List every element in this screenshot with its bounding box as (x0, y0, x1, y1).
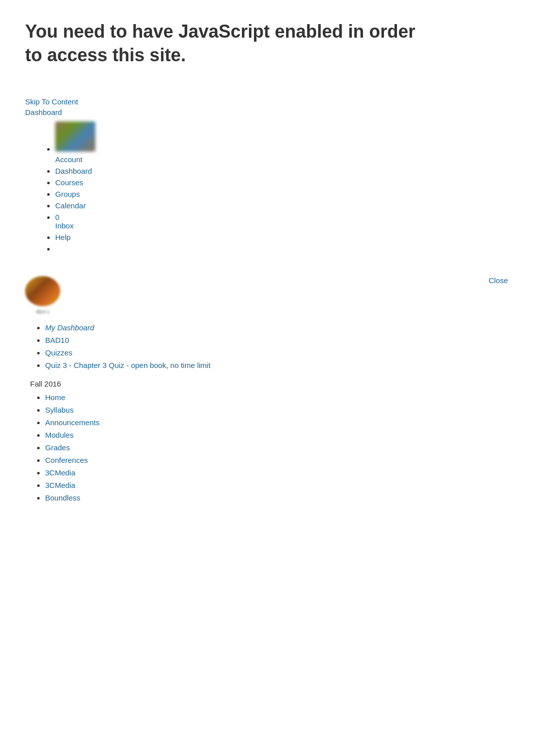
course-nav-modules: Modules (45, 431, 508, 439)
course-modules-link[interactable]: Modules (45, 431, 74, 439)
nav-item-empty (55, 244, 508, 253)
course-nav-boundless: Boundless (45, 493, 508, 502)
panel-quiz3-link[interactable]: Quiz 3 - Chapter 3 Quiz - open book, no … (45, 361, 210, 369)
page-heading: You need to have JavaScript enabled in o… (0, 0, 452, 82)
course-nav-conferences: Conferences (45, 456, 508, 464)
panel-quizzes-link[interactable]: Quizzes (45, 348, 72, 357)
skip-to-content-link[interactable]: Skip To Content (25, 97, 508, 106)
help-nav-link[interactable]: Help (55, 233, 71, 241)
course-nav-announcements: Announcements (45, 418, 508, 427)
course-nav-syllabus: Syllabus (45, 406, 508, 414)
course-conferences-link[interactable]: Conferences (45, 456, 88, 464)
calendar-nav-link[interactable]: Calendar (55, 201, 86, 210)
course-nav-list: Home Syllabus Announcements Modules Grad… (25, 393, 508, 502)
nav-item-courses: Courses (55, 178, 508, 187)
panel-bad10-link[interactable]: BAD10 (45, 336, 69, 344)
avatar-image (55, 121, 95, 152)
course-3cmedia1-link[interactable]: 3CMedia (45, 468, 75, 477)
panel-dashboard-link[interactable]: My Dashboard (45, 323, 94, 332)
panel-item-quizzes: Quizzes (45, 348, 508, 357)
dashboard-nav-link[interactable]: Dashboard (55, 167, 92, 175)
nav-item-dashboard: Dashboard (55, 167, 508, 175)
panel-menu-list: My Dashboard BAD10 Quizzes Quiz 3 - Chap… (25, 323, 508, 369)
course-nav-grades: Grades (45, 443, 508, 452)
course-syllabus-link[interactable]: Syllabus (45, 406, 74, 414)
inbox-count-link[interactable]: 0 (55, 213, 59, 221)
nav-item-calendar: Calendar (55, 201, 508, 210)
nav-item-groups: Groups (55, 190, 508, 198)
nav-item-help: Help (55, 233, 508, 241)
course-nav-3cmedia-1: 3CMedia (45, 468, 508, 477)
close-button[interactable]: Close (489, 276, 508, 285)
nav-links: Skip To Content Dashboard (25, 97, 508, 116)
avatar-list-item: Account (55, 121, 508, 164)
panel-avatar-wrapper (25, 276, 508, 308)
course-nav-3cmedia-2: 3CMedia (45, 481, 508, 489)
course-announcements-link[interactable]: Announcements (45, 418, 99, 427)
nav-item-inbox: 0 Inbox (55, 213, 508, 230)
courses-nav-link[interactable]: Courses (55, 178, 83, 187)
course-boundless-link[interactable]: Boundless (45, 493, 80, 502)
main-nav-list: Account Dashboard Courses Groups Calenda… (25, 121, 508, 253)
course-grades-link[interactable]: Grades (45, 443, 70, 452)
inbox-nav-link[interactable]: Inbox (55, 221, 74, 230)
panel-item-dashboard: My Dashboard (45, 323, 508, 332)
course-3cmedia2-link[interactable]: 3CMedia (45, 481, 75, 489)
semester-label: Fall 2016 (25, 380, 508, 388)
account-link[interactable]: Account (55, 155, 508, 164)
panel-section: Close My Dashboard BAD10 Quizzes Quiz 3 … (0, 266, 533, 516)
course-nav-home: Home (45, 393, 508, 402)
panel-avatar (25, 276, 60, 306)
dashboard-link[interactable]: Dashboard (25, 108, 508, 116)
groups-nav-link[interactable]: Groups (55, 190, 80, 198)
navigation-section: Skip To Content Dashboard Account Dashbo… (0, 82, 533, 266)
panel-item-bad10: BAD10 (45, 336, 508, 344)
course-home-link[interactable]: Home (45, 393, 65, 402)
panel-item-quiz3: Quiz 3 - Chapter 3 Quiz - open book, no … (45, 361, 508, 369)
